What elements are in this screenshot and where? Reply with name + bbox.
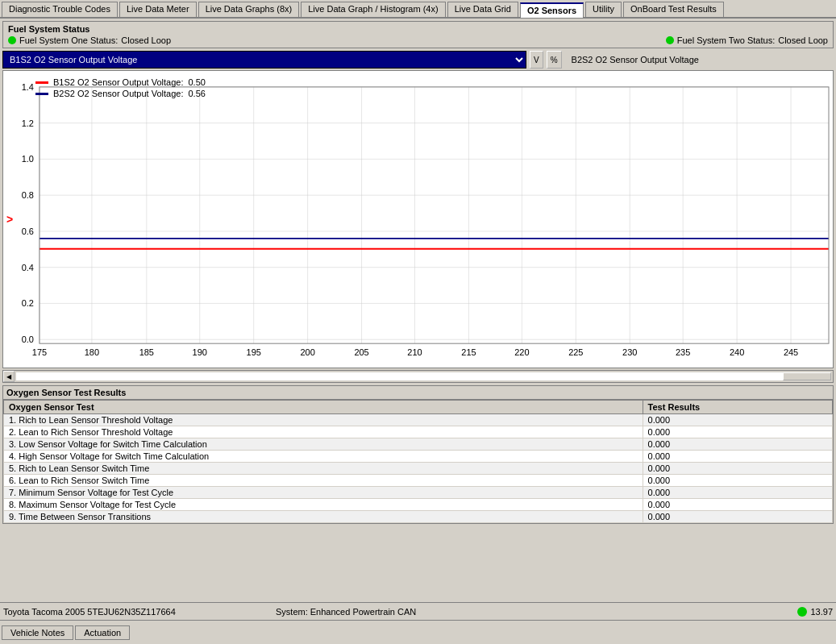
oxy-test-name: 7. Minimum Sensor Voltage for Test Cycle (4, 487, 643, 499)
fuel-two-value: Closed Loop (778, 35, 828, 45)
table-row: 7. Minimum Sensor Voltage for Test Cycle… (4, 487, 833, 499)
chart-arrow-indicator: > (6, 213, 13, 226)
svg-text:210: 210 (407, 347, 422, 357)
tab-utility[interactable]: Utility (585, 2, 622, 17)
oxy-test-result: 0.000 (643, 487, 832, 499)
svg-text:0.4: 0.4 (22, 263, 34, 272)
status-value: 13.97 (797, 607, 833, 617)
svg-text:0.6: 0.6 (22, 226, 34, 236)
legend-b1s2: B1S2 O2 Sensor Output Voltage: 0.50 (35, 77, 206, 87)
svg-text:240: 240 (730, 347, 744, 357)
svg-text:0.2: 0.2 (22, 298, 34, 308)
table-row: 4. High Sensor Voltage for Switch Time C… (4, 451, 833, 463)
fuel-one-label: Fuel System One Status: (19, 35, 118, 45)
svg-text:1.4: 1.4 (22, 82, 34, 92)
fuel-status-two: Fuel System Two Status: Closed Loop (666, 35, 828, 45)
svg-text:225: 225 (568, 347, 583, 357)
table-row: 6. Lean to Rich Sensor Switch Time0.000 (4, 475, 833, 487)
table-row: 5. Rich to Lean Sensor Switch Time0.000 (4, 463, 833, 475)
oxy-table: Oxygen Sensor Test Test Results 1. Rich … (3, 400, 833, 523)
svg-text:200: 200 (300, 347, 314, 357)
oxy-section-title: Oxygen Sensor Test Results (3, 386, 833, 400)
table-row: 1. Rich to Lean Sensor Threshold Voltage… (4, 414, 833, 426)
oxy-test-name: 4. High Sensor Voltage for Switch Time C… (4, 451, 643, 463)
chart-area: 1.4 1.2 1.0 0.8 0.6 0.4 0.2 0.0 175 180 … (2, 70, 834, 368)
oxy-col1-header: Oxygen Sensor Test (4, 401, 643, 414)
bottom-tab-actuation[interactable]: Actuation (75, 625, 130, 640)
legend-b2s2-value: 0.56 (188, 89, 205, 98)
oxy-test-name: 1. Rich to Lean Sensor Threshold Voltage (4, 414, 643, 426)
svg-text:1.0: 1.0 (22, 154, 34, 164)
svg-text:230: 230 (622, 347, 637, 357)
fit-btn[interactable]: % (547, 51, 562, 69)
svg-text:1.2: 1.2 (22, 118, 34, 128)
svg-text:205: 205 (354, 347, 368, 357)
oxy-test-result: 0.000 (643, 511, 832, 523)
tab-dtc[interactable]: Diagnostic Trouble Codes (2, 2, 118, 17)
oxy-test-result: 0.000 (643, 451, 832, 463)
legend-b1s2-color (35, 81, 48, 84)
legend-b1s2-value: 0.50 (188, 77, 205, 87)
svg-text:220: 220 (514, 347, 529, 357)
svg-text:195: 195 (247, 347, 261, 357)
tab-live-grid[interactable]: Live Data Grid (447, 2, 518, 17)
svg-text:190: 190 (193, 347, 207, 357)
legend-b2s2-color (35, 93, 48, 95)
tab-live-histogram[interactable]: Live Data Graph / Histogram (4x) (301, 2, 445, 17)
svg-text:175: 175 (32, 347, 47, 357)
tab-live-meter[interactable]: Live Data Meter (119, 2, 197, 17)
zoom-btn[interactable]: V (530, 51, 543, 69)
fuel-one-dot (8, 36, 16, 44)
oxy-col2-header: Test Results (643, 401, 832, 414)
tab-live-graphs[interactable]: Live Data Graphs (8x) (198, 2, 300, 17)
chart-legend: B1S2 O2 Sensor Output Voltage: 0.50 B2S2… (35, 77, 206, 100)
legend-b2s2-label: B2S2 O2 Sensor Output Voltage: (53, 89, 183, 98)
scrollbar-area: ◀ (2, 370, 834, 383)
fuel-status-one: Fuel System One Status: Closed Loop (8, 35, 171, 45)
oxy-test-name: 3. Low Sensor Voltage for Switch Time Ca… (4, 438, 643, 451)
svg-text:180: 180 (85, 347, 99, 357)
svg-text:215: 215 (461, 347, 476, 357)
oxy-test-result: 0.000 (643, 463, 832, 475)
scroll-left-btn[interactable]: ◀ (3, 371, 15, 382)
sensor-selector-row: B1S2 O2 Sensor Output Voltage V % B2S2 O… (2, 51, 834, 69)
svg-text:245: 245 (784, 347, 798, 357)
oxy-test-result: 0.000 (643, 475, 832, 487)
oxy-test-result: 0.000 (643, 426, 832, 438)
svg-rect-48 (40, 87, 829, 343)
fuel-two-label: Fuel System Two Status: (677, 35, 775, 45)
scroll-track[interactable] (16, 372, 831, 380)
oxy-test-name: 9. Time Between Sensor Transitions (4, 511, 643, 523)
sensor2-label: B2S2 O2 Sensor Output Voltage (572, 55, 699, 64)
fuel-status-bar: Fuel System Status Fuel System One Statu… (2, 21, 834, 48)
system-info: System: Enhanced Powertrain CAN (276, 607, 791, 617)
fuel-two-dot (666, 36, 674, 44)
oxy-test-name: 2. Lean to Rich Sensor Threshold Voltage (4, 426, 643, 438)
status-number: 13.97 (810, 607, 833, 617)
status-bar: Toyota Tacoma 2005 5TEJU62N35Z117664 Sys… (0, 602, 836, 620)
svg-text:235: 235 (676, 347, 690, 357)
chart-svg: 1.4 1.2 1.0 0.8 0.6 0.4 0.2 0.0 175 180 … (3, 71, 833, 368)
scroll-thumb[interactable] (783, 372, 831, 380)
legend-b2s2: B2S2 O2 Sensor Output Voltage: 0.56 (35, 89, 206, 98)
status-green-dot (797, 607, 807, 617)
vehicle-info: Toyota Tacoma 2005 5TEJU62N35Z117664 (3, 607, 269, 617)
sensor-dropdown[interactable]: B1S2 O2 Sensor Output Voltage (2, 51, 526, 69)
bottom-tab-vehicle-notes[interactable]: Vehicle Notes (2, 625, 73, 640)
tab-onboard[interactable]: OnBoard Test Results (623, 2, 724, 17)
oxy-test-result: 0.000 (643, 438, 832, 451)
tab-o2-sensors[interactable]: O2 Sensors (520, 2, 584, 18)
svg-text:185: 185 (139, 347, 154, 357)
oxy-sensor-results: Oxygen Sensor Test Results Oxygen Sensor… (2, 385, 834, 524)
fuel-one-value: Closed Loop (121, 35, 171, 45)
oxy-test-result: 0.000 (643, 499, 832, 511)
fuel-status-title: Fuel System Status (8, 24, 828, 34)
oxy-test-result: 0.000 (643, 414, 832, 426)
table-row: 8. Maximum Sensor Voltage for Test Cycle… (4, 499, 833, 511)
svg-text:0.0: 0.0 (22, 334, 34, 344)
tab-bar: Diagnostic Trouble Codes Live Data Meter… (0, 0, 836, 19)
table-row: 9. Time Between Sensor Transitions0.000 (4, 511, 833, 523)
table-row: 2. Lean to Rich Sensor Threshold Voltage… (4, 426, 833, 438)
legend-b1s2-label: B1S2 O2 Sensor Output Voltage: (53, 77, 183, 87)
oxy-test-name: 5. Rich to Lean Sensor Switch Time (4, 463, 643, 475)
